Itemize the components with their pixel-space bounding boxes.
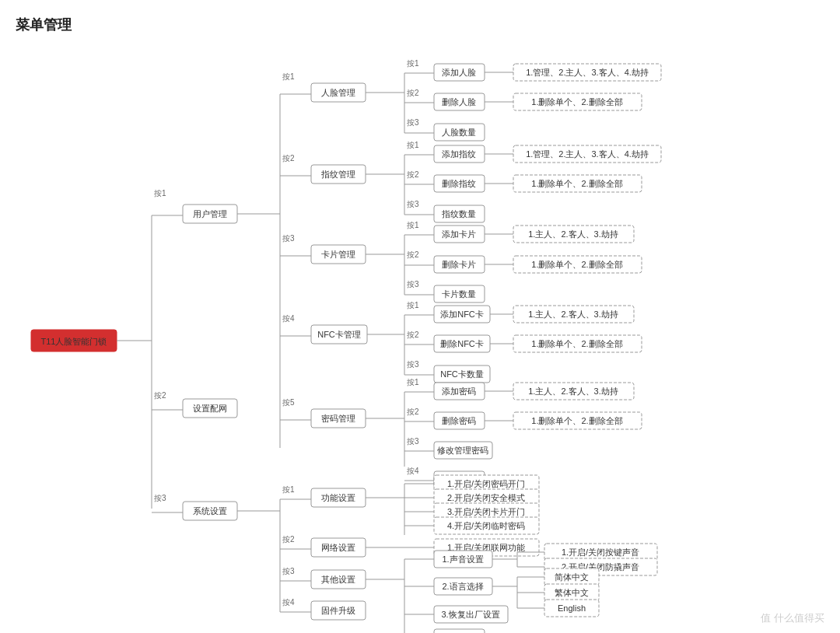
page-title: 菜单管理: [16, 16, 824, 34]
svg-text:指纹管理: 指纹管理: [320, 170, 355, 179]
svg-text:4.开启/关闭临时密码: 4.开启/关闭临时密码: [447, 521, 525, 530]
svg-text:删除NFC卡: 删除NFC卡: [440, 339, 484, 348]
svg-text:卡片管理: 卡片管理: [321, 250, 355, 259]
svg-text:繁体中文: 繁体中文: [555, 588, 589, 597]
svg-text:1.删除单个、2.删除全部: 1.删除单个、2.删除全部: [531, 179, 622, 188]
svg-text:1.开启/关闭密码开门: 1.开启/关闭密码开门: [447, 479, 525, 488]
svg-text:网络设置: 网络设置: [321, 543, 355, 552]
svg-text:按1: 按1: [407, 141, 419, 149]
svg-text:按1: 按1: [282, 485, 295, 494]
tree-container: .sv-text { font-family: "PingFang SC","M…: [16, 50, 824, 633]
svg-text:按5: 按5: [282, 398, 295, 407]
svg-text:按1: 按1: [407, 59, 419, 68]
svg-text:按3: 按3: [407, 280, 419, 289]
svg-text:按3: 按3: [407, 200, 419, 208]
svg-text:按2: 按2: [282, 535, 295, 544]
svg-text:删除指纹: 删除指纹: [442, 179, 476, 188]
svg-text:用户管理: 用户管理: [193, 209, 227, 219]
svg-text:1.删除单个、2.删除全部: 1.删除单个、2.删除全部: [531, 339, 622, 348]
svg-text:1.删除单个、2.删除全部: 1.删除单个、2.删除全部: [531, 97, 622, 107]
svg-text:NFC卡管理: NFC卡管理: [317, 330, 361, 339]
svg-text:1.主人、2.客人、3.劫持: 1.主人、2.客人、3.劫持: [528, 386, 618, 396]
watermark: 值 什么值得买: [761, 611, 824, 625]
svg-text:其他设置: 其他设置: [321, 575, 355, 584]
svg-text:删除卡片: 删除卡片: [442, 260, 476, 269]
svg-text:按3: 按3: [282, 234, 295, 243]
svg-text:按2: 按2: [282, 154, 295, 163]
svg-text:按2: 按2: [407, 407, 419, 416]
svg-text:密码管理: 密码管理: [321, 414, 355, 423]
svg-text:人脸数量: 人脸数量: [442, 128, 476, 137]
svg-text:3.恢复出厂设置: 3.恢复出厂设置: [441, 610, 499, 619]
svg-text:指纹数量: 指纹数量: [441, 209, 476, 219]
svg-text:1.开启/关闭按键声音: 1.开启/关闭按键声音: [562, 547, 639, 557]
svg-text:人脸管理: 人脸管理: [321, 88, 355, 97]
svg-text:按2: 按2: [407, 89, 419, 97]
svg-text:修改管理密码: 修改管理密码: [437, 446, 488, 455]
svg-text:按2: 按2: [407, 250, 419, 259]
svg-text:功能设置: 功能设置: [321, 493, 355, 502]
svg-text:1.主人、2.客人、3.劫持: 1.主人、2.客人、3.劫持: [528, 310, 618, 319]
svg-text:1.删除单个、2.删除全部: 1.删除单个、2.删除全部: [531, 260, 622, 269]
svg-text:添加NFC卡: 添加NFC卡: [440, 310, 484, 319]
svg-text:1.删除单个、2.删除全部: 1.删除单个、2.删除全部: [531, 416, 622, 425]
svg-text:固件升级: 固件升级: [321, 606, 355, 615]
svg-text:按4: 按4: [407, 467, 419, 475]
svg-text:添加卡片: 添加卡片: [442, 229, 476, 239]
svg-text:按3: 按3: [282, 567, 295, 575]
tree-svg: .sv-text { font-family: "PingFang SC","M…: [16, 50, 824, 633]
svg-text:1.声音设置: 1.声音设置: [442, 554, 483, 564]
root-node-label: T11人脸智能门锁: [41, 337, 107, 346]
svg-text:按2: 按2: [154, 391, 166, 400]
svg-text:按3: 按3: [407, 360, 419, 369]
svg-text:1.管理、2.主人、3.客人、4.劫持: 1.管理、2.主人、3.客人、4.劫持: [526, 68, 649, 77]
svg-text:2.开启/关闭安全模式: 2.开启/关闭安全模式: [447, 493, 525, 502]
svg-text:按4: 按4: [282, 314, 295, 323]
svg-text:2.语言选择: 2.语言选择: [442, 582, 483, 591]
svg-text:1.管理、2.主人、3.客人、4.劫持: 1.管理、2.主人、3.客人、4.劫持: [526, 149, 649, 159]
svg-text:3.开启/关闭卡片开门: 3.开启/关闭卡片开门: [447, 507, 525, 516]
svg-text:按2: 按2: [407, 330, 419, 339]
svg-text:English: English: [558, 603, 586, 613]
svg-text:按3: 按3: [407, 118, 419, 127]
svg-text:1.主人、2.客人、3.劫持: 1.主人、2.客人、3.劫持: [528, 229, 618, 239]
svg-text:按1: 按1: [154, 189, 166, 198]
svg-text:删除密码: 删除密码: [442, 416, 476, 425]
svg-text:NFC卡数量: NFC卡数量: [440, 369, 484, 379]
svg-text:按1: 按1: [282, 72, 295, 81]
svg-text:添加指纹: 添加指纹: [442, 149, 476, 159]
svg-text:按3: 按3: [154, 494, 166, 502]
svg-text:按1: 按1: [407, 378, 419, 386]
svg-text:添加密码: 添加密码: [442, 386, 476, 396]
svg-text:按1: 按1: [407, 221, 419, 229]
svg-text:卡片数量: 卡片数量: [442, 289, 476, 299]
svg-text:按4: 按4: [282, 598, 295, 607]
svg-text:简体中文: 简体中文: [555, 572, 589, 582]
svg-text:添加人脸: 添加人脸: [442, 68, 476, 77]
svg-text:设置配网: 设置配网: [193, 404, 227, 413]
svg-text:删除人脸: 删除人脸: [442, 97, 476, 107]
svg-text:按3: 按3: [407, 437, 419, 446]
svg-text:按1: 按1: [407, 301, 419, 310]
svg-text:系统设置: 系统设置: [193, 506, 227, 516]
svg-text:按2: 按2: [407, 170, 419, 179]
